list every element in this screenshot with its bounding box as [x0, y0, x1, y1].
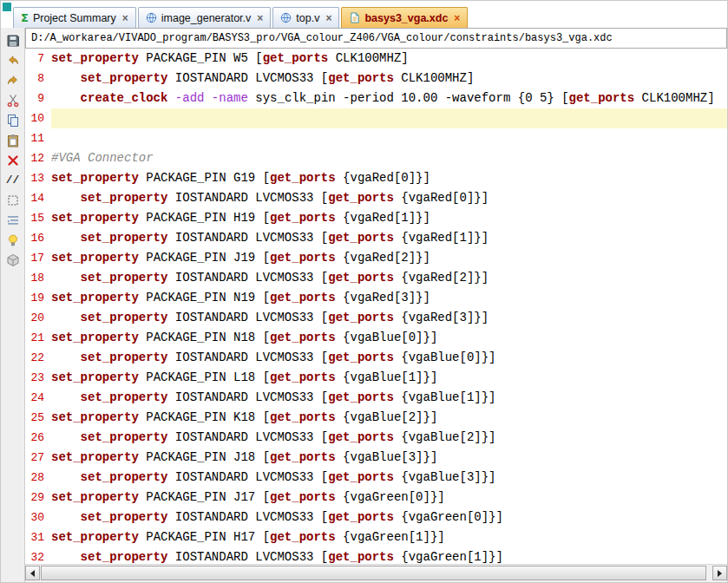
template-icon[interactable]	[3, 251, 23, 269]
code-line[interactable]: 9 create_clock -add -name sys_clk_pin -p…	[25, 88, 727, 108]
line-number: 23	[25, 368, 51, 388]
code-token: PACKAGE_PIN J19 [	[139, 251, 270, 265]
line-number: 16	[25, 228, 51, 248]
horizontal-scrollbar[interactable]	[25, 564, 727, 582]
code-line[interactable]: 27set_property PACKAGE_PIN J18 [get_port…	[25, 448, 727, 468]
code-line[interactable]: 17set_property PACKAGE_PIN J19 [get_port…	[25, 248, 727, 268]
xdc-file-icon	[349, 12, 360, 23]
code-line[interactable]: 18 set_property IOSTANDARD LVCMOS33 [get…	[25, 268, 727, 288]
vivado-text-editor-window: ΣProject Summary×image_generator.v×top.v…	[0, 0, 728, 583]
code-line[interactable]: 14 set_property IOSTANDARD LVCMOS33 [get…	[25, 188, 727, 208]
delete-icon[interactable]	[3, 151, 23, 169]
save-icon[interactable]	[3, 31, 23, 49]
code-line[interactable]: 22 set_property IOSTANDARD LVCMOS33 [get…	[25, 348, 727, 368]
copy-icon[interactable]	[3, 111, 23, 129]
code-token: PACKAGE_PIN N18 [	[139, 331, 270, 344]
code-line[interactable]: 12#VGA Connector	[25, 148, 727, 168]
code-line[interactable]: 8 set_property IOSTANDARD LVCMOS33 [get_…	[25, 69, 727, 88]
code-line[interactable]: 29set_property PACKAGE_PIN J17 [get_port…	[25, 488, 727, 508]
toggle-comment-icon[interactable]: //	[3, 171, 23, 189]
scroll-right-button[interactable]	[712, 566, 727, 580]
code-token: set_property	[51, 51, 139, 65]
scroll-left-button[interactable]	[25, 566, 40, 580]
code-line[interactable]: 13set_property PACKAGE_PIN G19 [get_port…	[25, 168, 727, 188]
light-bulb-icon[interactable]	[3, 231, 23, 249]
code-token: get_ports	[270, 211, 336, 225]
code-line[interactable]: 25set_property PACKAGE_PIN K18 [get_port…	[25, 408, 727, 428]
tab-bar: ΣProject Summary×image_generator.v×top.v…	[13, 7, 727, 28]
code-token: set_property	[51, 490, 139, 504]
code-token: IOSTANDARD LVCMOS33 [	[167, 430, 328, 444]
code-token: get_ports	[270, 410, 336, 424]
code-token: IOSTANDARD LVCMOS33 [	[167, 71, 328, 85]
code-line[interactable]: 21set_property PACKAGE_PIN N18 [get_port…	[25, 328, 727, 348]
code-token: get_ports	[328, 350, 394, 364]
undo-icon[interactable]	[3, 51, 23, 69]
line-number: 24	[25, 388, 51, 408]
code-token	[51, 430, 81, 444]
code-text: set_property IOSTANDARD LVCMOS33 [get_po…	[51, 308, 727, 328]
code-line[interactable]: 23set_property PACKAGE_PIN L18 [get_port…	[25, 368, 727, 388]
code-token: {vgaRed[2]}]	[336, 251, 430, 265]
code-line[interactable]: 30 set_property IOSTANDARD LVCMOS33 [get…	[25, 508, 727, 527]
paste-icon[interactable]	[3, 131, 23, 149]
code-text: set_property PACKAGE_PIN N19 [get_ports …	[51, 288, 727, 308]
line-number: 11	[25, 128, 51, 148]
scrollbar-thumb[interactable]	[41, 566, 706, 580]
code-token: PACKAGE_PIN L18 [	[139, 370, 270, 384]
code-text: set_property PACKAGE_PIN J18 [get_ports …	[51, 448, 727, 468]
tab-close-icon[interactable]: ×	[454, 12, 460, 24]
tab-image-generator-v[interactable]: image_generator.v×	[138, 7, 272, 28]
line-number: 8	[25, 69, 51, 88]
redo-icon[interactable]	[3, 71, 23, 89]
code-line[interactable]: 15set_property PACKAGE_PIN H19 [get_port…	[25, 208, 727, 228]
code-token: get_ports	[270, 291, 336, 305]
tab-basys3-vga-xdc[interactable]: basys3_vga.xdc×	[341, 7, 468, 28]
code-token: get_ports	[328, 550, 394, 564]
code-line[interactable]: 16 set_property IOSTANDARD LVCMOS33 [get…	[25, 228, 727, 248]
code-token: set_property	[51, 211, 139, 225]
code-token: #VGA Connector	[51, 151, 154, 165]
tab-close-icon[interactable]: ×	[257, 12, 263, 24]
code-token: {vgaBlue[1]}]	[394, 390, 496, 404]
code-token: set_property	[81, 231, 168, 245]
code-token	[51, 191, 81, 205]
tab-label: basys3_vga.xdc	[364, 12, 448, 24]
code-text: set_property PACKAGE_PIN J19 [get_ports …	[51, 248, 727, 268]
code-token	[51, 550, 81, 564]
code-token: CLK100MHZ]	[634, 91, 714, 105]
cut-icon[interactable]	[3, 91, 23, 109]
code-text: set_property PACKAGE_PIN N18 [get_ports …	[51, 328, 727, 348]
code-line[interactable]: 26 set_property IOSTANDARD LVCMOS33 [get…	[25, 428, 727, 448]
code-line[interactable]: 19set_property PACKAGE_PIN N19 [get_port…	[25, 288, 727, 308]
line-number: 20	[25, 308, 51, 328]
line-number: 10	[25, 108, 51, 128]
code-line[interactable]: 31set_property PACKAGE_PIN H17 [get_port…	[25, 527, 727, 547]
right-arrow-icon	[718, 570, 722, 577]
code-line[interactable]: 11	[25, 128, 727, 148]
code-line[interactable]: 10	[25, 108, 727, 128]
tab-close-icon[interactable]: ×	[325, 12, 331, 24]
code-token: {vgaRed[0]}]	[394, 191, 489, 205]
code-line[interactable]: 20 set_property IOSTANDARD LVCMOS33 [get…	[25, 308, 727, 328]
tab-close-icon[interactable]: ×	[122, 12, 128, 24]
tab-project-summary[interactable]: ΣProject Summary×	[13, 7, 136, 28]
code-line[interactable]: 32 set_property IOSTANDARD LVCMOS33 [get…	[25, 547, 727, 564]
code-text: set_property IOSTANDARD LVCMOS33 [get_po…	[51, 388, 727, 408]
code-line[interactable]: 7set_property PACKAGE_PIN W5 [get_ports …	[25, 49, 727, 69]
code-token: {vgaGreen[0]}]	[336, 490, 445, 504]
code-token: get_ports	[569, 91, 635, 105]
code-token: {vgaRed[1]}]	[394, 231, 489, 245]
toggle-column-icon[interactable]	[3, 191, 23, 209]
code-token: get_ports	[270, 490, 336, 504]
code-line[interactable]: 24 set_property IOSTANDARD LVCMOS33 [get…	[25, 388, 727, 408]
code-token: set_property	[51, 251, 139, 265]
tab-top-v[interactable]: top.v×	[272, 7, 339, 28]
code-token: {vgaRed[1]}]	[336, 211, 430, 225]
code-editor[interactable]: 7set_property PACKAGE_PIN W5 [get_ports …	[25, 49, 727, 564]
code-line[interactable]: 28 set_property IOSTANDARD LVCMOS33 [get…	[25, 468, 727, 488]
verilog-file-icon	[280, 12, 292, 23]
code-token: set_property	[81, 430, 168, 444]
indent-icon[interactable]	[3, 211, 23, 229]
tab-label: Project Summary	[33, 12, 116, 24]
